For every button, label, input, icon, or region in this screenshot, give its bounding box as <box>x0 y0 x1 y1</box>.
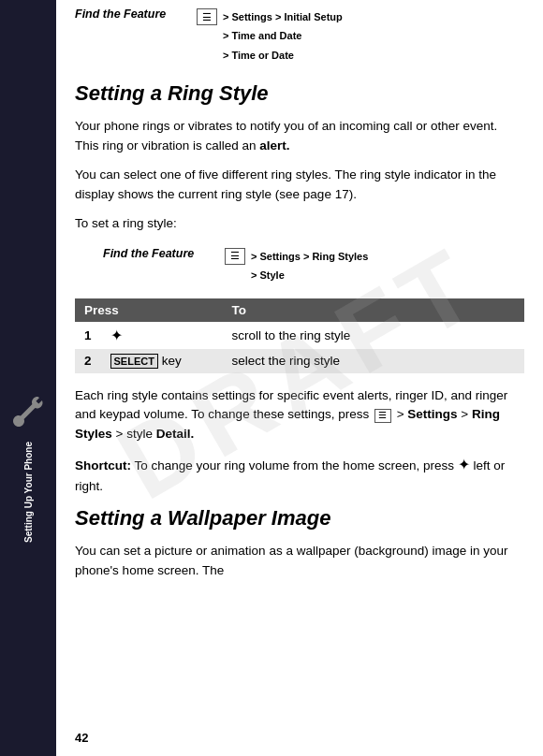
mid-path-1: > Style <box>251 269 285 281</box>
press-table: Press To 1 ✦ scroll to the ring style 2 … <box>75 298 524 373</box>
svg-point-0 <box>16 418 22 424</box>
top-path-0: > Settings > Initial Setup <box>223 11 343 22</box>
table-to-header: To <box>223 298 524 322</box>
para4-menu-icon: ☰ <box>374 409 391 423</box>
mid-feature-finder-label: Find the Feature <box>103 247 225 260</box>
row1-to: scroll to the ring style <box>223 322 524 349</box>
shortcut-label: Shortcut: <box>75 458 131 472</box>
table-press-header: Press <box>75 298 223 322</box>
mid-menu-icon: ☰ <box>225 248 245 265</box>
row2-num: 2 <box>75 349 101 373</box>
shortcut-paragraph: Shortcut: To change your ring volume fro… <box>75 454 524 497</box>
row2-press: SELECT key <box>101 349 223 373</box>
para4-detail: Detail. <box>156 427 195 441</box>
sidebar-label: Setting Up Your Phone <box>23 442 34 543</box>
section1-heading: Setting a Ring Style <box>75 81 524 106</box>
sidebar: Setting Up Your Phone <box>0 0 56 756</box>
alert-bold: alert. <box>259 138 289 153</box>
row1-num: 1 <box>75 322 101 349</box>
top-path-2: > Time or Date <box>223 50 294 61</box>
section1-para4: Each ring style contains settings for sp… <box>75 386 524 445</box>
top-path-1: > Time and Date <box>223 30 301 41</box>
main-content: DRAFT Find the Feature ☰ > Settings > In… <box>56 0 543 756</box>
mid-feature-path: > Settings > Ring Styles > Style <box>251 247 368 285</box>
nav-symbol-shortcut: ✦ <box>458 457 470 472</box>
section1-para2: You can select one of five different rin… <box>75 166 524 205</box>
wrench-icon <box>11 393 45 427</box>
top-menu-icon: ☰ <box>197 8 217 25</box>
page-number: 42 <box>75 731 88 745</box>
top-feature-path: > Settings > Initial Setup > Time and Da… <box>223 7 343 65</box>
para4-settings: Settings <box>407 407 457 421</box>
section1-para3: To set a ring style: <box>75 214 524 234</box>
section2-para1: You can set a picture or animation as a … <box>75 542 524 581</box>
nav-symbol-1: ✦ <box>110 327 123 343</box>
row2-to: select the ring style <box>223 349 524 373</box>
mid-feature-finder: Find the Feature ☰ > Settings > Ring Sty… <box>103 247 524 285</box>
top-feature-finder-label: Find the Feature <box>75 7 197 21</box>
table-row: 2 SELECT key select the ring style <box>75 349 524 373</box>
select-key: SELECT <box>110 354 158 369</box>
section2-heading: Setting a Wallpaper Image <box>75 506 524 531</box>
table-row: 1 ✦ scroll to the ring style <box>75 322 524 349</box>
row1-press: ✦ <box>101 322 223 349</box>
top-feature-finder: Find the Feature ☰ > Settings > Initial … <box>75 7 524 65</box>
section1-para1: Your phone rings or vibrates to notify y… <box>75 117 524 156</box>
mid-path-0: > Settings > Ring Styles <box>251 251 368 262</box>
